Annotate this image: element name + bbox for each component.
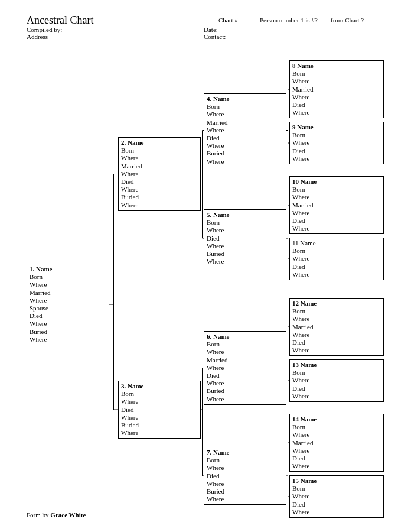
box-field: Died <box>207 134 283 142</box>
box-field: Where <box>292 315 381 323</box>
box-field: Born <box>292 131 381 139</box>
box-field: Married <box>30 289 106 297</box>
box-field: Married <box>292 202 381 209</box>
box-field: Born <box>207 340 283 348</box>
box-field: Born <box>207 219 283 226</box>
box-field: Where <box>292 109 381 116</box>
box-field: Buried <box>121 421 198 429</box>
ancestor-box-1: 1. NameBornWhereMarriedWhereSpouseDiedWh… <box>27 264 109 345</box>
box-field: Married <box>292 323 381 331</box>
box-field: Where <box>207 258 283 265</box>
box-field: Born <box>292 307 381 315</box>
box-field: Where <box>207 126 283 134</box>
ancestor-box-3: 3. NameBornWhereDiedWhereBuriedWhere <box>118 381 201 439</box>
box-field: Born <box>121 147 198 154</box>
box-header: 10 Name <box>292 178 381 186</box>
person1-label: Person number 1 is #? <box>260 17 318 24</box>
box-field: Died <box>292 217 381 225</box>
box-field: Where <box>30 281 106 288</box>
form-credit: Form by Grace White <box>27 511 86 518</box>
box-field: Where <box>292 225 381 232</box>
box-field: Died <box>207 235 283 242</box>
box-field: Buried <box>207 387 283 395</box>
box-header: 8 Name <box>292 62 381 70</box>
box-header: 15 Name <box>292 477 381 485</box>
box-field: Died <box>292 501 381 508</box>
box-field: Where <box>292 492 381 500</box>
box-field: Where <box>292 271 381 278</box>
ancestor-box-7: 7. NameBornWhereDiedWhereBuriedWhere <box>204 447 286 505</box>
box-field: Married <box>207 356 283 364</box>
box-field: Where <box>292 155 381 163</box>
box-field: Where <box>207 379 283 387</box>
box-field: Died <box>292 263 381 271</box>
page-title: Ancestral Chart <box>27 14 93 27</box>
box-field: Married <box>292 439 381 447</box>
box-header: 12 Name <box>292 300 381 307</box>
box-field: Where <box>292 392 381 400</box>
ancestor-box-12: 12 NameBornWhereMarriedWhereDiedWhere <box>289 298 384 356</box>
box-field: Died <box>292 147 381 155</box>
ancestor-box-13: 13 NameBornWhereDiedWhere <box>289 359 384 402</box>
contact-label: Contact: <box>204 33 226 40</box>
ancestor-box-6: 6. NameBornWhereMarriedWhereDiedWhereBur… <box>204 331 286 405</box>
box-field: Where <box>292 346 381 354</box>
box-field: Where <box>292 377 381 384</box>
form-by-name: Grace White <box>50 511 86 518</box>
address-label: Address <box>27 33 48 40</box>
box-field: Buried <box>30 328 106 336</box>
box-field: Married <box>121 163 198 170</box>
box-field: Where <box>207 111 283 118</box>
box-header: 3. Name <box>121 382 198 390</box>
box-field: Where <box>121 398 198 406</box>
box-field: Died <box>30 312 106 320</box>
box-field: Born <box>292 369 381 377</box>
box-field: Born <box>207 103 283 111</box>
box-field: Died <box>207 472 283 480</box>
box-field: Died <box>292 385 381 392</box>
box-field: Where <box>292 139 381 147</box>
box-field: Where <box>207 480 283 488</box>
box-header: 14 Name <box>292 416 381 423</box>
box-field: Where <box>292 508 381 516</box>
box-field: Born <box>292 70 381 77</box>
box-field: Where <box>121 170 198 178</box>
box-header: 5. Name <box>207 211 283 219</box>
box-field: Born <box>30 273 106 281</box>
compiled-by-label: Compiled by: <box>27 26 62 33</box>
box-field: Where <box>292 193 381 201</box>
box-header: 11 Name <box>292 239 381 247</box>
box-field: Where <box>292 93 381 101</box>
box-header: 7. Name <box>207 449 283 456</box>
box-field: Spouse <box>30 304 106 312</box>
box-field: Where <box>121 186 198 193</box>
box-field: Married <box>207 119 283 126</box>
box-header: 1. Name <box>30 265 106 273</box>
form-by-prefix: Form by <box>27 511 50 518</box>
box-field: Where <box>292 255 381 262</box>
ancestor-box-14: 14 NameBornWhereMarriedWhereDiedWhere <box>289 414 384 472</box>
box-field: Born <box>207 456 283 464</box>
box-field: Died <box>292 455 381 462</box>
box-field: Died <box>292 101 381 109</box>
box-field: Where <box>207 495 283 503</box>
box-field: Where <box>292 77 381 85</box>
box-field: Buried <box>207 488 283 495</box>
ancestor-box-8: 8 NameBornWhereMarriedWhereDiedWhere <box>289 60 384 118</box>
box-header: 2. Name <box>121 139 198 147</box>
from-chart-label: from Chart ? <box>331 17 364 24</box>
box-field: Where <box>207 242 283 250</box>
box-field: Where <box>207 158 283 166</box>
box-field: Born <box>121 390 198 398</box>
ancestor-box-15: 15 NameBornWhereDiedWhere <box>289 475 384 518</box>
box-field: Buried <box>207 250 283 258</box>
box-field: Where <box>207 364 283 372</box>
ancestor-box-9: 9 NameBornWhereDiedWhere <box>289 122 384 164</box>
box-field: Born <box>292 247 381 255</box>
box-header: 4. Name <box>207 95 283 103</box>
ancestor-box-10: 10 NameBornWhereMarriedWhereDiedWhere <box>289 176 384 234</box>
box-field: Where <box>292 462 381 470</box>
box-field: Where <box>207 348 283 356</box>
box-field: Where <box>30 336 106 343</box>
box-field: Where <box>121 202 198 209</box>
